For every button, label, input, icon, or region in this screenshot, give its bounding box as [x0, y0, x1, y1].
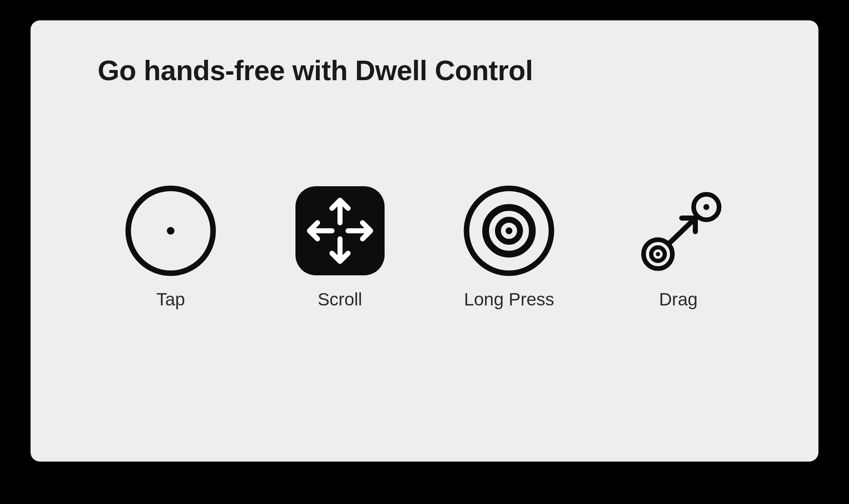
option-drag[interactable]: Drag	[619, 184, 738, 310]
options-row: Tap	[73, 184, 776, 310]
option-label: Tap	[156, 289, 185, 310]
svg-point-13	[656, 252, 660, 256]
scroll-icon	[293, 184, 387, 277]
svg-point-15	[703, 204, 709, 210]
option-label: Drag	[659, 289, 697, 310]
drag-icon	[632, 184, 725, 277]
tap-icon	[124, 184, 217, 277]
option-long-press[interactable]: Long Press	[450, 184, 568, 310]
long-press-icon	[462, 184, 556, 277]
option-label: Long Press	[464, 289, 554, 310]
svg-line-16	[669, 220, 694, 244]
svg-point-1	[167, 227, 174, 235]
option-tap[interactable]: Tap	[111, 184, 230, 310]
option-scroll[interactable]: Scroll	[281, 184, 399, 310]
dwell-control-card: Go hands-free with Dwell Control Tap	[31, 20, 818, 462]
option-label: Scroll	[318, 289, 362, 310]
svg-point-10	[506, 227, 512, 234]
page-title: Go hands-free with Dwell Control	[98, 54, 776, 87]
